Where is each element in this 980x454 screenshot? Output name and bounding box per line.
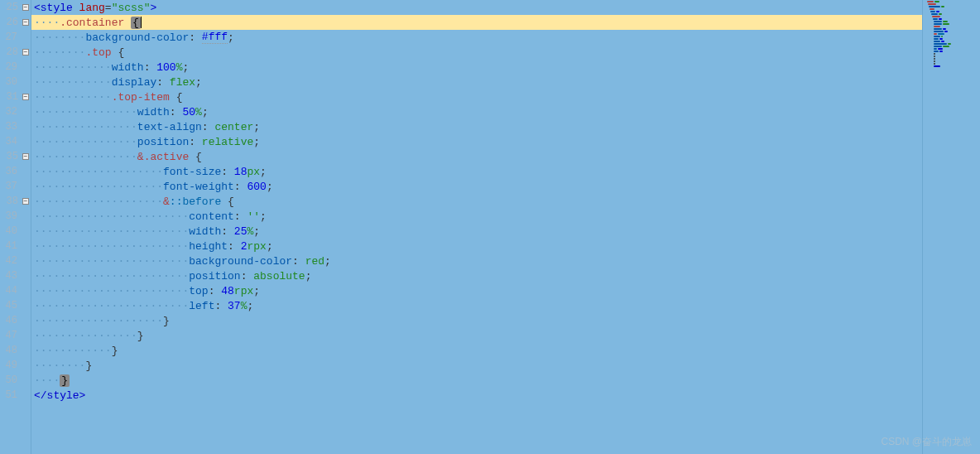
code-line[interactable]: ····················} — [31, 313, 922, 328]
minimap-line — [925, 26, 978, 27]
code-line[interactable]: ························left: 37%; — [31, 298, 922, 313]
fold-icon[interactable]: − — [22, 4, 29, 11]
code-line[interactable]: ········.top { — [31, 45, 922, 60]
gutter-line: 44 — [0, 283, 31, 298]
code-line[interactable]: ············display: flex; — [31, 75, 922, 89]
text-cursor — [141, 17, 142, 28]
code-line[interactable]: ························content: ''; — [31, 209, 922, 224]
code-line[interactable]: ········background-color: #fff; — [31, 30, 922, 45]
minimap[interactable] — [922, 0, 980, 454]
gutter: 25−26−2728−293031−32333435−363738−394041… — [0, 0, 31, 454]
gutter-line: 47 — [0, 328, 31, 343]
minimap-line — [925, 16, 978, 17]
code-line[interactable]: ················text-align: center; — [31, 119, 922, 134]
minimap-line — [925, 63, 978, 65]
code-line[interactable]: ························width: 25%; — [31, 224, 922, 239]
gutter-line: 37 — [0, 179, 31, 194]
minimap-line — [925, 48, 978, 50]
gutter-line: 38− — [0, 194, 31, 209]
minimap-line — [925, 3, 978, 5]
gutter-line: 41 — [0, 239, 31, 254]
gutter-line: 29 — [0, 60, 31, 75]
minimap-line — [925, 60, 978, 62]
fold-icon[interactable]: − — [22, 153, 29, 160]
minimap-line — [925, 18, 978, 20]
minimap-line — [925, 28, 978, 30]
minimap-line — [925, 1, 978, 2]
code-line[interactable]: ············width: 100%; — [31, 60, 922, 75]
code-line[interactable]: ························top: 48rpx; — [31, 283, 922, 298]
gutter-line: 35− — [0, 149, 31, 164]
code-line[interactable]: <style lang="scss"> — [31, 0, 922, 15]
code-line[interactable]: ····················font-weight: 600; — [31, 179, 922, 194]
gutter-line: 26− — [0, 15, 31, 30]
code-line[interactable]: ················width: 50%; — [31, 104, 922, 119]
minimap-line — [925, 6, 978, 7]
gutter-line: 49 — [0, 358, 31, 373]
gutter-line: 33 — [0, 119, 31, 134]
gutter-line: 30 — [0, 75, 31, 89]
gutter-line: 43 — [0, 268, 31, 283]
gutter-line: 46 — [0, 313, 31, 328]
gutter-line: 40 — [0, 224, 31, 239]
minimap-line — [925, 51, 978, 52]
code-line[interactable]: ························position: absolu… — [31, 268, 922, 283]
gutter-line: 25− — [0, 0, 31, 15]
fold-icon[interactable]: − — [22, 198, 29, 205]
fold-icon[interactable]: − — [22, 94, 29, 100]
code-line[interactable]: ····················&::before { — [31, 194, 922, 209]
code-line[interactable]: ········} — [31, 358, 922, 373]
gutter-line: 31− — [0, 89, 31, 104]
minimap-line — [925, 58, 978, 60]
gutter-line: 28− — [0, 45, 31, 60]
gutter-line: 27 — [0, 30, 31, 45]
code-area[interactable]: <style lang="scss">····.container {·····… — [31, 0, 922, 454]
watermark: CSDN @奋斗的龙崽 — [881, 435, 972, 449]
gutter-line: 34 — [0, 134, 31, 149]
code-line[interactable]: ························height: 2rpx; — [31, 239, 922, 254]
fold-icon[interactable]: − — [22, 19, 29, 26]
code-editor: 25−26−2728−293031−32333435−363738−394041… — [0, 0, 980, 454]
minimap-line — [925, 11, 978, 12]
gutter-line: 51 — [0, 388, 31, 403]
minimap-line — [925, 21, 978, 22]
minimap-line — [925, 46, 978, 47]
minimap-line — [925, 38, 978, 40]
fold-icon[interactable]: − — [22, 49, 29, 56]
minimap-line — [925, 8, 978, 10]
minimap-line — [925, 33, 978, 35]
minimap-line — [925, 56, 978, 57]
minimap-line — [925, 53, 978, 55]
code-line[interactable]: ············.top-item { — [31, 89, 922, 104]
gutter-line: 42 — [0, 254, 31, 268]
minimap-line — [925, 65, 978, 67]
code-line[interactable]: </style> — [31, 388, 922, 403]
gutter-line: 48 — [0, 343, 31, 358]
code-line[interactable]: ························background-color… — [31, 254, 922, 268]
code-line[interactable]: ····.container { — [31, 15, 922, 30]
code-line[interactable]: ············} — [31, 343, 922, 358]
code-line[interactable]: ················position: relative; — [31, 134, 922, 149]
minimap-line — [925, 31, 978, 32]
gutter-line: 36 — [0, 164, 31, 179]
minimap-line — [925, 43, 978, 45]
gutter-line: 45 — [0, 298, 31, 313]
minimap-line — [925, 13, 978, 15]
gutter-line: 50 — [0, 373, 31, 388]
code-line[interactable]: ····················font-size: 18px; — [31, 164, 922, 179]
code-line[interactable]: ····} — [31, 373, 922, 388]
minimap-line — [925, 41, 978, 42]
minimap-line — [925, 23, 978, 25]
gutter-line: 39 — [0, 209, 31, 224]
minimap-line — [925, 36, 978, 37]
gutter-line: 32 — [0, 104, 31, 119]
code-line[interactable]: ················&.active { — [31, 149, 922, 164]
code-line[interactable]: ················} — [31, 328, 922, 343]
